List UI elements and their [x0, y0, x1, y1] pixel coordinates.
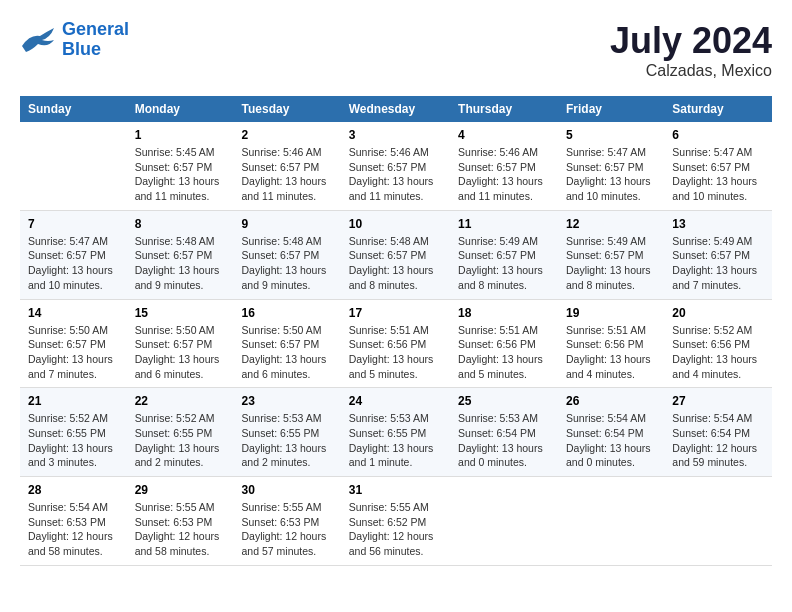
- day-info: Sunrise: 5:50 AMSunset: 6:57 PMDaylight:…: [28, 323, 119, 382]
- day-info: Sunrise: 5:49 AMSunset: 6:57 PMDaylight:…: [566, 234, 656, 293]
- calendar-cell: 13Sunrise: 5:49 AMSunset: 6:57 PMDayligh…: [664, 210, 772, 299]
- calendar-cell: 7Sunrise: 5:47 AMSunset: 6:57 PMDaylight…: [20, 210, 127, 299]
- header-wednesday: Wednesday: [341, 96, 450, 122]
- calendar-cell: 3Sunrise: 5:46 AMSunset: 6:57 PMDaylight…: [341, 122, 450, 210]
- header-thursday: Thursday: [450, 96, 558, 122]
- calendar-header-row: SundayMondayTuesdayWednesdayThursdayFrid…: [20, 96, 772, 122]
- day-number: 27: [672, 394, 764, 408]
- day-number: 7: [28, 217, 119, 231]
- header-tuesday: Tuesday: [234, 96, 341, 122]
- calendar-cell: 24Sunrise: 5:53 AMSunset: 6:55 PMDayligh…: [341, 388, 450, 477]
- header-friday: Friday: [558, 96, 664, 122]
- day-info: Sunrise: 5:50 AMSunset: 6:57 PMDaylight:…: [135, 323, 226, 382]
- week-row-2: 7Sunrise: 5:47 AMSunset: 6:57 PMDaylight…: [20, 210, 772, 299]
- day-info: Sunrise: 5:51 AMSunset: 6:56 PMDaylight:…: [566, 323, 656, 382]
- day-number: 22: [135, 394, 226, 408]
- calendar-cell: [664, 477, 772, 566]
- calendar-cell: [558, 477, 664, 566]
- location: Calzadas, Mexico: [610, 62, 772, 80]
- week-row-5: 28Sunrise: 5:54 AMSunset: 6:53 PMDayligh…: [20, 477, 772, 566]
- day-info: Sunrise: 5:49 AMSunset: 6:57 PMDaylight:…: [458, 234, 550, 293]
- day-number: 10: [349, 217, 442, 231]
- day-info: Sunrise: 5:49 AMSunset: 6:57 PMDaylight:…: [672, 234, 764, 293]
- day-number: 26: [566, 394, 656, 408]
- logo-text: General Blue: [62, 20, 129, 60]
- calendar-cell: 21Sunrise: 5:52 AMSunset: 6:55 PMDayligh…: [20, 388, 127, 477]
- day-number: 29: [135, 483, 226, 497]
- header-sunday: Sunday: [20, 96, 127, 122]
- calendar-cell: 11Sunrise: 5:49 AMSunset: 6:57 PMDayligh…: [450, 210, 558, 299]
- day-info: Sunrise: 5:55 AMSunset: 6:53 PMDaylight:…: [135, 500, 226, 559]
- day-number: 6: [672, 128, 764, 142]
- day-number: 5: [566, 128, 656, 142]
- day-info: Sunrise: 5:46 AMSunset: 6:57 PMDaylight:…: [458, 145, 550, 204]
- day-number: 19: [566, 306, 656, 320]
- calendar-cell: 26Sunrise: 5:54 AMSunset: 6:54 PMDayligh…: [558, 388, 664, 477]
- calendar-cell: 2Sunrise: 5:46 AMSunset: 6:57 PMDaylight…: [234, 122, 341, 210]
- week-row-4: 21Sunrise: 5:52 AMSunset: 6:55 PMDayligh…: [20, 388, 772, 477]
- calendar-cell: 6Sunrise: 5:47 AMSunset: 6:57 PMDaylight…: [664, 122, 772, 210]
- calendar-cell: 8Sunrise: 5:48 AMSunset: 6:57 PMDaylight…: [127, 210, 234, 299]
- calendar-cell: 22Sunrise: 5:52 AMSunset: 6:55 PMDayligh…: [127, 388, 234, 477]
- week-row-1: 1Sunrise: 5:45 AMSunset: 6:57 PMDaylight…: [20, 122, 772, 210]
- logo-name-part1: General: [62, 19, 129, 39]
- day-info: Sunrise: 5:54 AMSunset: 6:54 PMDaylight:…: [672, 411, 764, 470]
- calendar-cell: 15Sunrise: 5:50 AMSunset: 6:57 PMDayligh…: [127, 299, 234, 388]
- calendar-cell: 10Sunrise: 5:48 AMSunset: 6:57 PMDayligh…: [341, 210, 450, 299]
- page-header: General Blue July 2024 Calzadas, Mexico: [20, 20, 772, 80]
- header-saturday: Saturday: [664, 96, 772, 122]
- calendar-cell: 19Sunrise: 5:51 AMSunset: 6:56 PMDayligh…: [558, 299, 664, 388]
- day-number: 25: [458, 394, 550, 408]
- day-info: Sunrise: 5:48 AMSunset: 6:57 PMDaylight:…: [349, 234, 442, 293]
- day-info: Sunrise: 5:47 AMSunset: 6:57 PMDaylight:…: [566, 145, 656, 204]
- day-info: Sunrise: 5:53 AMSunset: 6:54 PMDaylight:…: [458, 411, 550, 470]
- day-number: 14: [28, 306, 119, 320]
- day-number: 20: [672, 306, 764, 320]
- day-info: Sunrise: 5:55 AMSunset: 6:53 PMDaylight:…: [242, 500, 333, 559]
- calendar-cell: [450, 477, 558, 566]
- logo: General Blue: [20, 20, 129, 60]
- calendar-cell: 1Sunrise: 5:45 AMSunset: 6:57 PMDaylight…: [127, 122, 234, 210]
- day-number: 13: [672, 217, 764, 231]
- day-number: 31: [349, 483, 442, 497]
- month-title: July 2024: [610, 20, 772, 62]
- day-info: Sunrise: 5:47 AMSunset: 6:57 PMDaylight:…: [672, 145, 764, 204]
- day-info: Sunrise: 5:46 AMSunset: 6:57 PMDaylight:…: [349, 145, 442, 204]
- day-info: Sunrise: 5:46 AMSunset: 6:57 PMDaylight:…: [242, 145, 333, 204]
- day-number: 28: [28, 483, 119, 497]
- calendar-cell: 25Sunrise: 5:53 AMSunset: 6:54 PMDayligh…: [450, 388, 558, 477]
- day-info: Sunrise: 5:55 AMSunset: 6:52 PMDaylight:…: [349, 500, 442, 559]
- day-info: Sunrise: 5:53 AMSunset: 6:55 PMDaylight:…: [242, 411, 333, 470]
- day-number: 23: [242, 394, 333, 408]
- day-info: Sunrise: 5:54 AMSunset: 6:53 PMDaylight:…: [28, 500, 119, 559]
- day-number: 30: [242, 483, 333, 497]
- day-number: 21: [28, 394, 119, 408]
- week-row-3: 14Sunrise: 5:50 AMSunset: 6:57 PMDayligh…: [20, 299, 772, 388]
- day-number: 15: [135, 306, 226, 320]
- calendar-cell: 29Sunrise: 5:55 AMSunset: 6:53 PMDayligh…: [127, 477, 234, 566]
- day-number: 9: [242, 217, 333, 231]
- day-info: Sunrise: 5:53 AMSunset: 6:55 PMDaylight:…: [349, 411, 442, 470]
- day-info: Sunrise: 5:50 AMSunset: 6:57 PMDaylight:…: [242, 323, 333, 382]
- calendar-cell: [20, 122, 127, 210]
- day-number: 11: [458, 217, 550, 231]
- calendar-cell: 5Sunrise: 5:47 AMSunset: 6:57 PMDaylight…: [558, 122, 664, 210]
- day-number: 1: [135, 128, 226, 142]
- calendar-cell: 30Sunrise: 5:55 AMSunset: 6:53 PMDayligh…: [234, 477, 341, 566]
- calendar-cell: 12Sunrise: 5:49 AMSunset: 6:57 PMDayligh…: [558, 210, 664, 299]
- day-number: 8: [135, 217, 226, 231]
- logo-name-part2: Blue: [62, 39, 101, 59]
- day-info: Sunrise: 5:51 AMSunset: 6:56 PMDaylight:…: [349, 323, 442, 382]
- calendar-cell: 20Sunrise: 5:52 AMSunset: 6:56 PMDayligh…: [664, 299, 772, 388]
- day-number: 18: [458, 306, 550, 320]
- day-info: Sunrise: 5:48 AMSunset: 6:57 PMDaylight:…: [242, 234, 333, 293]
- calendar-cell: 4Sunrise: 5:46 AMSunset: 6:57 PMDaylight…: [450, 122, 558, 210]
- calendar-cell: 28Sunrise: 5:54 AMSunset: 6:53 PMDayligh…: [20, 477, 127, 566]
- calendar-cell: 31Sunrise: 5:55 AMSunset: 6:52 PMDayligh…: [341, 477, 450, 566]
- day-info: Sunrise: 5:45 AMSunset: 6:57 PMDaylight:…: [135, 145, 226, 204]
- logo-icon: [20, 26, 56, 54]
- calendar-cell: 16Sunrise: 5:50 AMSunset: 6:57 PMDayligh…: [234, 299, 341, 388]
- calendar-cell: 18Sunrise: 5:51 AMSunset: 6:56 PMDayligh…: [450, 299, 558, 388]
- day-info: Sunrise: 5:54 AMSunset: 6:54 PMDaylight:…: [566, 411, 656, 470]
- day-number: 2: [242, 128, 333, 142]
